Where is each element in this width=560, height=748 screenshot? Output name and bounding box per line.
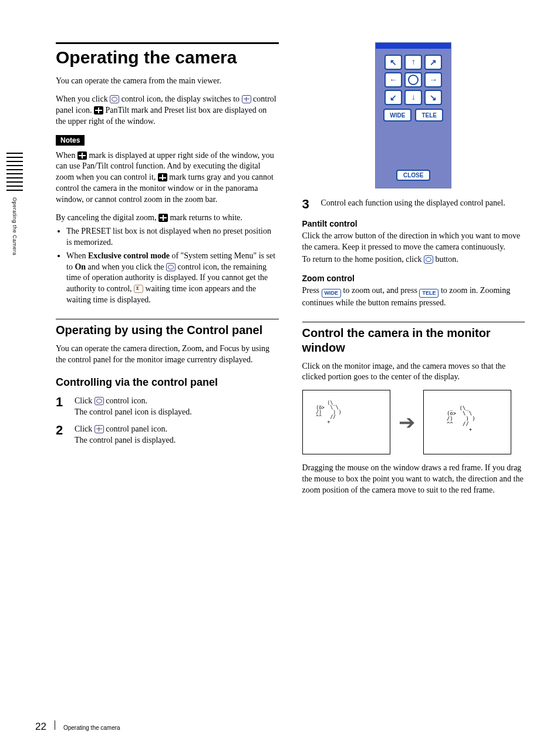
drag-illustration: _ (\_ (o> \ \ /) ) ) ^^ // + ➔ _ (\_ (o>… [302,390,525,454]
side-tab-label: Operating the Camera [12,197,18,255]
section-rule [302,322,525,322]
pan-down-button[interactable]: ↓ [404,90,422,105]
panel-close-button[interactable]: CLOSE [396,170,430,181]
section-rule [56,319,279,319]
zoom-wide-button[interactable]: WIDE [383,109,411,122]
zoom-wide-inline-button: WIDE [322,289,342,298]
pantilt-mark-icon [94,106,103,114]
page-title: Operating the camera [56,48,279,68]
control-panel-figure: ↖ ↑ ↗ ← → ↙ ↓ ↘ WIDE TELE CLOSE [375,42,451,188]
bird-drawing: _ (\_ (o> \ \ /) ) ) ^^ // + [444,406,479,432]
zoom-tele-inline-button: TELE [419,289,438,298]
right-column: ↖ ↑ ↗ ← → ↙ ↓ ↘ WIDE TELE CLOSE [302,42,525,503]
waiting-time-icon [134,285,143,293]
footer-text: Operating the camera [63,725,120,731]
section-heading-monitor: Control the camera in the monitor window [302,326,525,355]
notes-badge: Notes [56,135,85,146]
pan-down-left-button[interactable]: ↙ [384,90,402,105]
control-icon [95,397,104,405]
control-panel-icon [242,95,251,103]
monitor-paragraph-1: Click on the monitor image, and the came… [302,361,525,383]
list-item: When Exclusive control mode of "System s… [66,251,279,306]
step-1: 1 Click control icon. The control panel … [56,396,279,418]
left-column: Operating the camera You can operate the… [56,42,279,503]
pan-left-button[interactable]: ← [384,72,402,87]
pantilt-mark-icon [77,151,87,160]
drag-after-box: _ (\_ (o> \ \ /) ) ) ^^ // + [423,390,511,454]
home-button-icon [424,255,433,264]
step-number: 3 [302,198,313,211]
content-columns: Operating the camera You can operate the… [56,42,525,503]
notes-list: The PRESET list box is not displayed whe… [56,226,279,306]
section-heading-operating: Operating by using the Control panel [56,323,279,338]
page-footer: 22 Operating the camera [35,720,120,733]
step-2: 2 Click control panel icon. The control … [56,424,279,446]
control-panel-body: ↖ ↑ ↗ ← → ↙ ↓ ↘ WIDE TELE CLOSE [376,49,451,188]
subsection-heading-controlling: Controlling via the control panel [56,376,279,389]
pan-home-button[interactable] [404,72,422,87]
bird-drawing: _ (\_ (o> \ \ /) ) ) ^^ // + [313,401,342,424]
side-tab-lines [6,153,23,194]
control-panel-titlebar [376,43,451,49]
list-item: The PRESET list box is not displayed whe… [66,226,279,248]
pan-right-button[interactable]: → [424,72,442,87]
arrow-right-icon: ➔ [399,410,415,434]
step-number: 1 [56,396,66,418]
monitor-paragraph-2: Dragging the mouse on the window draws a… [302,463,525,496]
intro-paragraph: You can operate the camera from the main… [56,76,279,87]
title-rule [56,42,279,44]
pantilt-mark-icon [158,214,168,222]
pan-up-right-button[interactable]: ↗ [424,55,442,70]
pantilt-home-paragraph: To return to the home position, click bu… [302,254,525,265]
zoom-row: WIDE TELE [383,109,443,122]
step-body: Control each function using the displaye… [321,198,505,211]
zoom-tele-button[interactable]: TELE [415,109,443,122]
control-icon [110,95,119,103]
step-number: 2 [56,424,66,446]
heading-pantilt-control: Pantilt control [302,219,525,228]
operating-paragraph: You can operate the camera direction, Zo… [56,343,279,366]
side-tab: Operating the Camera [6,153,23,255]
drag-before-box: _ (\_ (o> \ \ /) ) ) ^^ // + [302,390,390,454]
pan-up-button[interactable]: ↑ [404,55,422,70]
intro-paragraph-2: When you click control icon, the display… [56,94,279,127]
pan-down-right-button[interactable]: ↘ [424,90,442,105]
page-number: 22 [35,721,46,733]
step-body: Click control panel icon. The control pa… [75,424,176,446]
note-paragraph-2: By canceling the digital zoom, mark retu… [56,213,279,224]
zoom-paragraph: Press WIDE to zoom out, and press TELE t… [302,285,525,309]
pantilt-paragraph: Click the arrow button of the direction … [302,231,525,253]
heading-zoom-control: Zoom control [302,274,525,283]
pantilt-grid: ↖ ↑ ↗ ← → ↙ ↓ ↘ [384,55,442,105]
footer-rule [55,720,55,730]
step-body: Click control icon. The control panel ic… [75,396,192,418]
pantilt-mark-icon [158,173,167,181]
pan-up-left-button[interactable]: ↖ [384,55,402,70]
control-panel-icon [95,425,104,433]
control-icon [166,263,176,271]
step-3: 3 Control each function using the displa… [302,198,525,211]
note-paragraph-1: When mark is displayed at upper right si… [56,150,279,205]
